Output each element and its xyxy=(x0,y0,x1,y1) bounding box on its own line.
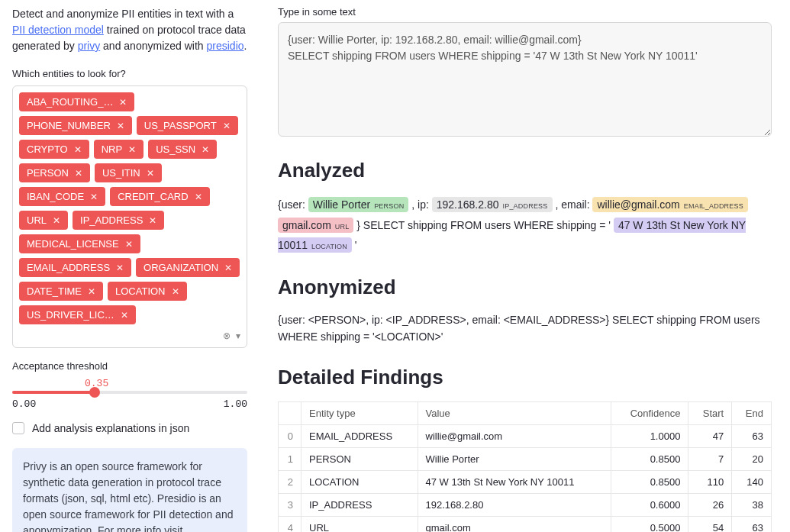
entity-tag[interactable]: CREDIT_CARD✕ xyxy=(110,187,209,206)
entity-tag[interactable]: IP_ADDRESS✕ xyxy=(73,211,164,230)
remove-tag-icon[interactable]: ✕ xyxy=(88,286,95,297)
threshold-max: 1.00 xyxy=(224,398,247,410)
entity-tag[interactable]: DATE_TIME✕ xyxy=(19,282,103,301)
remove-tag-icon[interactable]: ✕ xyxy=(223,121,231,131)
highlight-ip: 192.168.2.80IP_ADDRESS xyxy=(432,197,553,212)
remove-tag-icon[interactable]: ✕ xyxy=(53,215,60,226)
entity-tag[interactable]: ORGANIZATION✕ xyxy=(136,258,240,277)
privy-link[interactable]: privy xyxy=(78,40,101,52)
analyzed-output: {user: Willie PorterPERSON , ip: 192.168… xyxy=(278,195,772,256)
highlight-url: gmail.comURL xyxy=(278,218,353,233)
remove-tag-icon[interactable]: ✕ xyxy=(149,215,156,226)
sidebar: Detect and anonymize PII entities in tex… xyxy=(0,0,260,532)
entity-tag[interactable]: ABA_ROUTING_…✕ xyxy=(19,92,134,111)
remove-tag-icon[interactable]: ✕ xyxy=(117,121,124,131)
remove-tag-icon[interactable]: ✕ xyxy=(121,310,128,321)
entity-tag[interactable]: NRP✕ xyxy=(94,140,143,159)
entity-tag-list: ABA_ROUTING_…✕PHONE_NUMBER✕US_PASSPORT✕C… xyxy=(19,92,240,324)
entity-tag[interactable]: PERSON✕ xyxy=(19,163,90,182)
table-row: 4URLgmail.com0.50005463 xyxy=(279,516,772,532)
entities-multiselect[interactable]: ABA_ROUTING_…✕PHONE_NUMBER✕US_PASSPORT✕C… xyxy=(12,85,247,348)
anonymized-output: {user: <PERSON>, ip: <IP_ADDRESS>, email… xyxy=(278,311,772,346)
table-row: 3IP_ADDRESS192.168.2.800.60002638 xyxy=(279,493,772,516)
input-textarea[interactable] xyxy=(278,22,772,137)
remove-tag-icon[interactable]: ✕ xyxy=(119,97,127,108)
table-row: 0EMAIL_ADDRESSwillie@gmail.com1.00004763 xyxy=(279,424,772,447)
anonymized-heading: Anonymized xyxy=(278,276,772,299)
table-header: Value xyxy=(418,401,611,424)
threshold-slider[interactable] xyxy=(12,391,247,394)
entity-tag[interactable]: CRYPTO✕ xyxy=(19,140,89,159)
table-row: 2LOCATION47 W 13th St New York NY 100110… xyxy=(279,470,772,493)
findings-table-wrap: Entity typeValueConfidenceStartEnd 0EMAI… xyxy=(278,401,772,532)
threshold-value: 0.35 xyxy=(85,378,247,389)
textarea-label: Type in some text xyxy=(278,6,772,18)
remove-tag-icon[interactable]: ✕ xyxy=(125,239,133,250)
remove-tag-icon[interactable]: ✕ xyxy=(224,263,232,273)
checkbox-label: Add analysis explanations in json xyxy=(32,422,189,434)
remove-tag-icon[interactable]: ✕ xyxy=(116,263,124,273)
entity-tag[interactable]: MEDICAL_LICENSE✕ xyxy=(19,234,140,253)
entity-tag[interactable]: URL✕ xyxy=(19,211,68,230)
highlight-person: Willie PorterPERSON xyxy=(308,197,409,212)
entities-label: Which entities to look for? xyxy=(12,68,247,79)
table-header: End xyxy=(732,401,772,424)
entity-tag[interactable]: IBAN_CODE✕ xyxy=(19,187,105,206)
findings-heading: Detailed Findings xyxy=(278,366,772,389)
presidio-link[interactable]: presidio xyxy=(207,40,244,52)
entity-tag[interactable]: US_DRIVER_LIC…✕ xyxy=(19,305,136,324)
analyzed-heading: Analyzed xyxy=(278,159,772,182)
highlight-email: willie@gmail.comEMAIL_ADDRESS xyxy=(592,197,747,212)
remove-tag-icon[interactable]: ✕ xyxy=(75,168,82,179)
entity-tag[interactable]: LOCATION✕ xyxy=(108,282,187,301)
threshold-section: Acceptance threshold 0.35 0.00 1.00 xyxy=(12,360,247,410)
explanations-checkbox[interactable] xyxy=(12,422,24,434)
table-header: Entity type xyxy=(301,401,418,424)
threshold-min: 0.00 xyxy=(12,398,36,410)
entity-tag[interactable]: US_SSN✕ xyxy=(148,140,217,159)
remove-tag-icon[interactable]: ✕ xyxy=(147,168,154,179)
table-header: Start xyxy=(688,401,732,424)
clear-all-icon[interactable]: ⊗ xyxy=(223,330,231,341)
table-header xyxy=(279,401,301,424)
slider-thumb[interactable] xyxy=(89,387,100,398)
chevron-down-icon[interactable]: ▾ xyxy=(236,330,240,341)
description: Detect and anonymize PII entities in tex… xyxy=(12,6,247,54)
entity-tag[interactable]: EMAIL_ADDRESS✕ xyxy=(19,258,131,277)
remove-tag-icon[interactable]: ✕ xyxy=(195,192,202,202)
remove-tag-icon[interactable]: ✕ xyxy=(172,286,179,297)
table-row: 1PERSONWillie Porter0.8500720 xyxy=(279,447,772,470)
entity-tag[interactable]: US_PASSPORT✕ xyxy=(137,116,238,135)
pii-model-link[interactable]: PII detection model xyxy=(12,24,104,36)
threshold-label: Acceptance threshold xyxy=(12,360,247,372)
info-box: Privy is an open source framework for sy… xyxy=(12,448,247,532)
remove-tag-icon[interactable]: ✕ xyxy=(128,144,136,155)
remove-tag-icon[interactable]: ✕ xyxy=(74,144,82,155)
table-header: Confidence xyxy=(611,401,688,424)
entity-tag[interactable]: PHONE_NUMBER✕ xyxy=(19,116,132,135)
entity-tag[interactable]: US_ITIN✕ xyxy=(95,163,162,182)
main-content: Type in some text Analyzed {user: Willie… xyxy=(260,0,790,532)
findings-table: Entity typeValueConfidenceStartEnd 0EMAI… xyxy=(278,401,772,532)
remove-tag-icon[interactable]: ✕ xyxy=(202,144,209,155)
remove-tag-icon[interactable]: ✕ xyxy=(90,192,98,202)
